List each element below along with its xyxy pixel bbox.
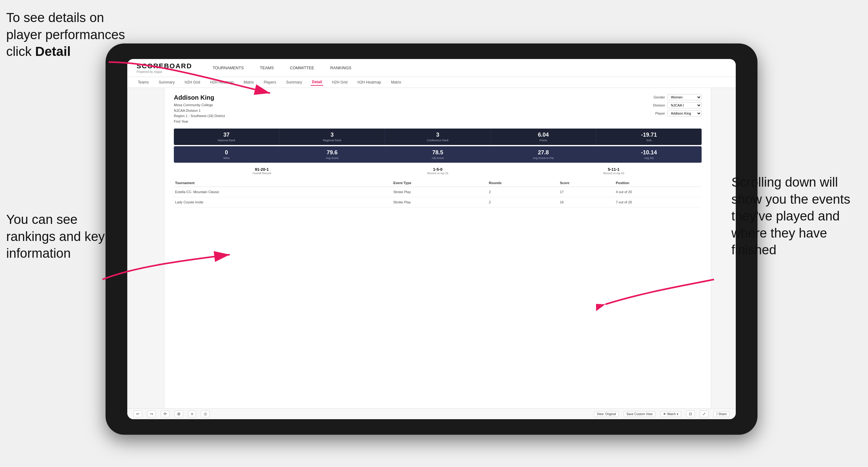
events-table-header: Tournament Event Type Rounds Score Posit… xyxy=(174,179,702,187)
sub-nav-summary2[interactable]: Summary xyxy=(285,79,303,85)
stats-row-2: 0 Wins 79.6 Avg Score 78.5 Adj Score 27.… xyxy=(174,146,702,163)
toolbar-view-original[interactable]: View: Original xyxy=(594,411,619,417)
stat-regional-rank-label: Regional Rank xyxy=(282,139,382,142)
arrow-to-stats xyxy=(87,236,242,292)
division-select[interactable]: NJCAA I NCAA I xyxy=(668,102,702,108)
gender-control: Gender Women Men xyxy=(653,94,702,100)
col-event-type: Event Type xyxy=(392,179,488,187)
record-overall: 91-20-1 Overall Record xyxy=(174,167,350,175)
col-score: Score xyxy=(558,179,614,187)
record-top25: 1-5-0 Record vs top 25 xyxy=(350,167,526,175)
sub-nav-h2h-grid2[interactable]: H2H Grid xyxy=(331,79,349,85)
gender-select[interactable]: Women Men xyxy=(668,94,702,100)
toolbar-clock[interactable]: ◷ xyxy=(201,410,210,417)
stat-wins: 0 Wins xyxy=(174,146,279,163)
stat-avg-sg-value: -10.14 xyxy=(599,149,699,156)
stat-avg-score-value: 79.6 xyxy=(282,149,382,156)
player-control: Player Addison King xyxy=(655,110,702,117)
stat-regional-rank: 3 Regional Rank xyxy=(279,129,385,145)
row1-position: 4 out of 20 xyxy=(615,187,702,197)
row2-tournament: Lady Coyote Invite xyxy=(174,197,392,208)
player-controls: Gender Women Men Division NJCAA I NCAA I xyxy=(653,94,702,117)
sub-nav-detail[interactable]: Detail xyxy=(311,79,323,86)
stat-avg-score-par: 27.8 Avg Score to Par xyxy=(491,146,596,163)
record-top50: 5-11-1 Record vs top 50 xyxy=(526,167,702,175)
toolbar-refresh[interactable]: ⟳ xyxy=(161,410,169,417)
division-control: Division NJCAA I NCAA I xyxy=(653,102,702,108)
stat-adj-score-value: 78.5 xyxy=(388,149,488,156)
annotation-right: Scrolling down will show you the events … xyxy=(732,174,862,259)
toolbar-layout[interactable]: ⊡ xyxy=(686,410,695,417)
table-row[interactable]: Lady Coyote Invite Stroke Play 2 16 7 ou… xyxy=(174,197,702,208)
toolbar-expand[interactable]: ⤢ xyxy=(700,410,708,417)
annotation-top-left: To see details on player performances cl… xyxy=(6,9,136,60)
stat-sos-value: -19.71 xyxy=(599,132,699,138)
record-overall-label: Overall Record xyxy=(174,172,350,175)
stat-conference-rank-label: Conference Rank xyxy=(388,139,488,142)
row2-event-type: Stroke Play xyxy=(392,197,488,208)
record-top50-value: 5-11-1 xyxy=(526,167,702,172)
records-row: 91-20-1 Overall Record 1-5-0 Record vs t… xyxy=(174,167,702,175)
row1-score: 17 xyxy=(558,187,614,197)
stat-avg-score-par-value: 27.8 xyxy=(493,149,594,156)
nav-rankings[interactable]: RANKINGS xyxy=(329,64,353,71)
player-year: First Year xyxy=(174,119,225,125)
record-top50-label: Record vs top 50 xyxy=(526,172,702,175)
stat-avg-score-par-label: Avg Score to Par xyxy=(493,156,594,160)
stat-wins-label: Wins xyxy=(176,156,277,160)
sub-nav-matrix2[interactable]: Matrix xyxy=(390,79,403,85)
division-label: Division xyxy=(653,103,665,107)
record-top25-value: 1-5-0 xyxy=(350,167,526,172)
main-content: Addison King Mesa Community College NJCA… xyxy=(164,88,711,408)
row2-score: 16 xyxy=(558,197,614,208)
stat-national-rank: 37 National Rank xyxy=(174,129,279,145)
stat-wins-value: 0 xyxy=(176,149,277,156)
col-position: Position xyxy=(615,179,702,187)
row1-event-type: Stroke Play xyxy=(392,187,488,197)
stat-avg-sg: -10.14 Avg SG xyxy=(596,146,702,163)
events-table-body: Estella CC- Mountain Classic Stroke Play… xyxy=(174,187,702,208)
record-top25-label: Record vs top 25 xyxy=(350,172,526,175)
player-select[interactable]: Addison King xyxy=(668,110,702,117)
stat-points: 6.04 Points xyxy=(491,129,596,145)
table-row[interactable]: Estella CC- Mountain Classic Stroke Play… xyxy=(174,187,702,197)
stat-national-rank-label: National Rank xyxy=(176,139,277,142)
stat-avg-score: 79.6 Avg Score xyxy=(279,146,385,163)
stats-row-1: 37 National Rank 3 Regional Rank 3 Confe… xyxy=(174,129,702,145)
stat-conference-rank: 3 Conference Rank xyxy=(385,129,491,145)
row1-rounds: 2 xyxy=(488,187,559,197)
row2-position: 7 out of 20 xyxy=(615,197,702,208)
stat-points-value: 6.04 xyxy=(493,132,594,138)
arrow-to-detail xyxy=(93,56,279,118)
row2-rounds: 2 xyxy=(488,197,559,208)
record-overall-value: 91-20-1 xyxy=(174,167,350,172)
toolbar-redo[interactable]: ↪ xyxy=(147,410,156,417)
stat-sos: -19.71 SoS xyxy=(596,129,702,145)
stat-national-rank-value: 37 xyxy=(176,132,277,138)
arrow-to-table xyxy=(596,255,720,317)
toolbar-share[interactable]: ⤴ Share xyxy=(713,411,730,417)
gender-label: Gender xyxy=(653,95,665,99)
stat-sos-label: SoS xyxy=(599,139,699,142)
stat-adj-score: 78.5 Adj Score xyxy=(385,146,491,163)
col-tournament: Tournament xyxy=(174,179,392,187)
annotation-detail-bold: Detail xyxy=(35,44,70,59)
stat-adj-score-label: Adj Score xyxy=(388,156,488,160)
col-rounds: Rounds xyxy=(488,179,559,187)
bottom-toolbar: ↩ ↪ ⟳ ⊞ ≡ ◷ View: Original Save Custom V… xyxy=(127,408,736,419)
toolbar-minus[interactable]: ≡ xyxy=(188,410,196,417)
stat-avg-score-label: Avg Score xyxy=(282,156,382,160)
toolbar-grid[interactable]: ⊞ xyxy=(175,410,183,417)
toolbar-undo[interactable]: ↩ xyxy=(133,410,142,417)
toolbar-save-custom[interactable]: Save Custom View xyxy=(624,411,655,417)
stat-conference-rank-value: 3 xyxy=(388,132,488,138)
events-table: Tournament Event Type Rounds Score Posit… xyxy=(174,179,702,208)
stat-points-label: Points xyxy=(493,139,594,142)
sub-nav-h2h-heatmap2[interactable]: H2H Heatmap xyxy=(356,79,382,85)
stat-regional-rank-value: 3 xyxy=(282,132,382,138)
toolbar-watch[interactable]: 👁 Watch ▾ xyxy=(660,411,681,417)
row1-tournament: Estella CC- Mountain Classic xyxy=(174,187,392,197)
player-label: Player xyxy=(655,112,665,115)
nav-committee[interactable]: COMMITTEE xyxy=(288,64,316,71)
stat-avg-sg-label: Avg SG xyxy=(599,156,699,160)
